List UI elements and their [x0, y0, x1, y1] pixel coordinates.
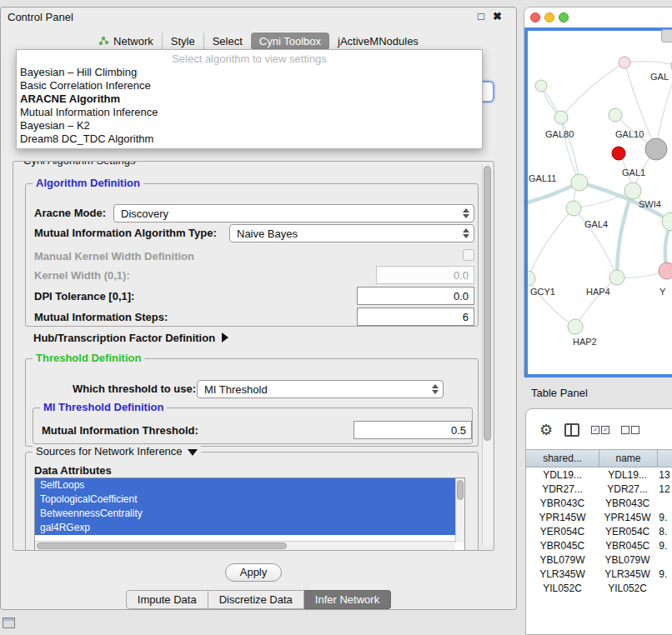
minimize-traffic-light[interactable] — [544, 12, 554, 22]
bottom-tab-infer-network[interactable]: Infer Network — [304, 590, 391, 609]
network-node-label: GAL80 — [545, 129, 574, 139]
table-row[interactable]: YBR045CYBR045C9. — [526, 538, 672, 552]
aracne-mode-label: Aracne Mode: — [34, 207, 106, 219]
close-traffic-light[interactable] — [530, 12, 540, 22]
bottom-tab-impute-data[interactable]: Impute Data — [126, 590, 208, 609]
network-node-label: GAL11 — [529, 173, 556, 183]
tab-select[interactable]: Select — [203, 32, 251, 50]
table-row[interactable]: YBL079WYBL079W — [526, 552, 672, 567]
table-row[interactable]: YLR345WYLR345W9. — [526, 567, 672, 581]
expand-right-icon[interactable] — [222, 332, 228, 342]
column-header[interactable]: shared... — [526, 449, 599, 468]
table-row[interactable]: YIL052CYIL052C — [526, 581, 672, 595]
network-node[interactable] — [535, 80, 547, 92]
zoom-traffic-light[interactable] — [559, 12, 569, 22]
sources-expander[interactable]: Sources for Network Inference — [33, 445, 201, 458]
network-node-gal1[interactable] — [624, 182, 641, 199]
algorithm-option[interactable]: Basic Correlation Inference — [17, 79, 482, 92]
attribute-option[interactable]: BetweennessCentrality — [35, 507, 455, 521]
column-header[interactable] — [658, 449, 672, 468]
manual-kernel-checkbox[interactable] — [463, 249, 474, 261]
table-cell: YBL079W — [526, 552, 599, 567]
table-row[interactable]: YDL19...YDL19...13 — [526, 468, 672, 482]
table-cell: YLR345W — [599, 567, 656, 581]
attribute-option[interactable]: SelfLoops — [35, 478, 455, 492]
network-edge[interactable] — [617, 191, 633, 278]
table-cell: 12 — [656, 482, 672, 496]
network-node-y[interactable] — [659, 262, 672, 279]
network-edge[interactable] — [575, 278, 617, 327]
mi-type-combo[interactable]: Naive Bayes — [229, 224, 474, 242]
show-columns-icon[interactable] — [564, 423, 579, 437]
attribute-option[interactable]: TopologicalCoefficient — [35, 492, 455, 507]
dpi-tolerance-field[interactable]: 0.0 — [357, 287, 474, 305]
attributes-vscrollbar[interactable] — [455, 478, 464, 542]
algorithm-option[interactable]: ARACNE Algorithm — [17, 92, 482, 106]
table-cell: YPR145W — [599, 510, 656, 524]
control-panel: Control Panel □ ✖ NetworkStyleSelectCyni… — [0, 7, 517, 610]
close-window-icon[interactable]: ✖ — [493, 10, 502, 22]
algorithm-option[interactable]: Bayesian – K2 — [17, 119, 482, 132]
apply-button[interactable]: Apply — [225, 563, 282, 582]
attributes-hscrollbar-thumb[interactable] — [37, 542, 287, 549]
network-node-hap2[interactable] — [568, 319, 583, 334]
tab-network[interactable]: Network — [90, 32, 162, 50]
network-node-gal11[interactable] — [571, 174, 588, 191]
network-edge[interactable] — [528, 208, 574, 278]
attribute-items: SelfLoopsTopologicalCoefficientBetweenne… — [35, 478, 464, 535]
table-row[interactable]: YER054CYER054C8. — [526, 524, 672, 538]
network-edge[interactable] — [574, 191, 633, 208]
network-node-label: HAP4 — [586, 287, 610, 297]
table-panel-title: Table Panel — [531, 387, 588, 399]
tab-style[interactable]: Style — [162, 32, 203, 50]
algorithm-option[interactable]: Bayesian – Hill Climbing — [17, 66, 482, 79]
network-node-gal10[interactable] — [645, 138, 667, 160]
network-edge[interactable] — [528, 278, 575, 327]
mi-type-label: Mutual Information Algorithm Type: — [34, 227, 217, 239]
attribute-option[interactable]: gal4RGexp — [35, 521, 455, 535]
unselect-all-columns-icon[interactable] — [621, 426, 639, 434]
network-node-gcy1[interactable] — [528, 271, 535, 286]
column-header[interactable]: name — [599, 449, 658, 468]
network-graph: GALGAL80GAL10GAL11GAL1SWI4GAL4HAP4YGCY1H… — [528, 31, 672, 374]
mi-threshold-field[interactable]: 0.5 — [354, 421, 472, 439]
select-all-columns-icon[interactable]: ✓ ✓ — [591, 426, 609, 434]
attributes-vscrollbar-thumb[interactable] — [457, 480, 464, 500]
table-toolbar: ⚙ ✓ ✓ — [526, 416, 639, 444]
table-options-gear-icon[interactable]: ⚙ — [539, 422, 553, 438]
attributes-hscrollbar[interactable] — [35, 541, 455, 550]
table-row[interactable]: YBR043CYBR043C — [526, 496, 672, 510]
network-node-gal4[interactable] — [566, 201, 581, 216]
mi-type-value: Naive Bayes — [237, 228, 298, 240]
hub-definition-expander[interactable]: Hub/Transcription Factor Definition — [33, 332, 228, 344]
network-node-hap4[interactable] — [609, 270, 624, 285]
network-node[interactable] — [609, 108, 622, 122]
tab-jactivemnodules[interactable]: jActiveMNodules — [329, 32, 427, 50]
table-row[interactable]: YDR27...YDR27...12 — [526, 482, 672, 496]
which-threshold-combo[interactable]: MI Threshold — [197, 380, 444, 398]
bottom-tab-discretize-data[interactable]: Discretize Data — [208, 590, 304, 609]
mi-steps-label: Mutual Information Steps: — [34, 311, 168, 323]
mi-steps-field[interactable]: 6 — [357, 308, 474, 326]
table-row[interactable]: YPR145WYPR145W9. — [526, 510, 672, 524]
network-edge[interactable] — [561, 118, 579, 182]
network-edge[interactable] — [624, 62, 672, 66]
settings-scrollbar-thumb[interactable] — [484, 166, 491, 441]
canvas-tool-fragment[interactable] — [661, 29, 672, 42]
kernel-width-field[interactable]: 0.0 — [376, 266, 474, 284]
algorithm-option[interactable]: Mutual Information Inference — [17, 106, 482, 119]
network-node-label: GAL1 — [622, 168, 645, 178]
aracne-mode-combo[interactable]: Discovery — [113, 204, 474, 222]
settings-scrollbar[interactable] — [482, 164, 492, 546]
network-node-label: HAP2 — [573, 337, 597, 347]
network-canvas[interactable]: GALGAL80GAL10GAL11GAL1SWI4GAL4HAP4YGCY1H… — [524, 28, 672, 378]
collapsed-panel-icon[interactable] — [3, 618, 15, 628]
float-window-icon[interactable]: □ — [478, 10, 484, 22]
network-node-gal80[interactable] — [554, 111, 568, 124]
algorithm-option[interactable]: Dream8 DC_TDC Algorithm — [17, 132, 482, 146]
table-cell: YLR345W — [526, 567, 599, 581]
tab-cyni-toolbox[interactable]: Cyni Toolbox — [251, 32, 329, 50]
network-node[interactable] — [619, 57, 630, 68]
collapse-down-icon[interactable] — [188, 449, 198, 456]
network-node[interactable] — [612, 147, 625, 160]
